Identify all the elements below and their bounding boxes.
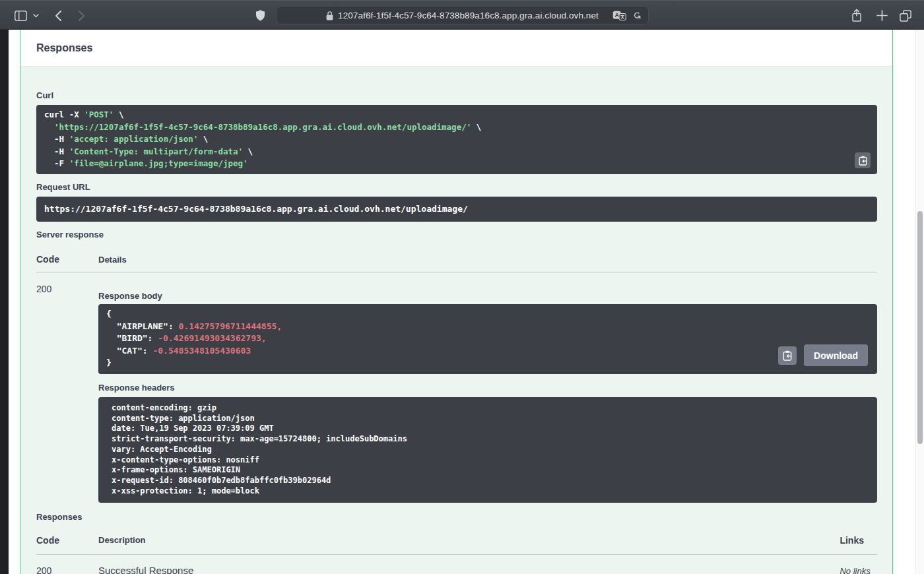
response-body: { "AIRPLANE": 0.14275796711444855, "BIRD… — [98, 304, 877, 374]
reload-icon[interactable]: ↻ — [632, 11, 642, 20]
share-icon[interactable] — [850, 1, 863, 30]
address-bar[interactable]: 1207af6f-1f5f-4c57-9c64-8738b89a16c8.app… — [276, 6, 649, 25]
details-column-header: Details — [98, 240, 877, 272]
server-response-table: Code Details 200 Response body { "AIRPLA… — [36, 239, 877, 503]
server-response-label: Server response — [36, 222, 877, 239]
download-button[interactable]: Download — [804, 344, 868, 366]
clipboard-copy-icon[interactable] — [778, 346, 797, 365]
sidebar-panel-icon[interactable] — [13, 1, 28, 30]
clipboard-copy-icon[interactable] — [855, 152, 871, 168]
back-icon[interactable] — [52, 1, 64, 30]
response-headers: content-encoding: gzipcontent-type: appl… — [98, 397, 877, 503]
chevron-down-icon[interactable] — [32, 1, 40, 30]
response-body-label: Response body — [98, 291, 877, 301]
curl-command: curl -X 'POST' \ 'https://1207af6f-1f5f-… — [36, 105, 877, 174]
curl-label: Curl — [36, 67, 877, 100]
links-column-header: Links — [840, 522, 877, 554]
responses-title: Responses — [36, 42, 92, 54]
table-row-code: 200 — [36, 555, 98, 574]
code-column-header: Code — [36, 522, 98, 554]
code-column-header: Code — [36, 239, 98, 272]
request-url-value: https://1207af6f-1f5f-4c57-9c64-8738b89a… — [36, 197, 877, 222]
scrollbar-track[interactable] — [915, 30, 924, 574]
responses-section-header: Responses — [20, 30, 892, 67]
responses-table: Code Description Links 200 Successful Re… — [36, 522, 877, 574]
table-row-description: Successful Response — [98, 555, 840, 574]
lock-icon — [326, 11, 333, 20]
response-details: Response body { "AIRPLANE": 0.1427579671… — [98, 273, 877, 503]
request-url-label: Request URL — [36, 174, 877, 192]
swagger-page: Responses Curl curl -X 'POST' \ 'https:/… — [9, 30, 924, 574]
description-column-header: Description — [98, 522, 840, 554]
new-tab-icon[interactable] — [875, 1, 888, 30]
translate-icon[interactable]: A — [612, 11, 626, 20]
status-code: 200 — [36, 273, 98, 503]
url-text: 1207af6f-1f5f-4c57-9c64-8738b89a16c8.app… — [338, 11, 599, 20]
svg-text:A: A — [615, 12, 620, 18]
response-headers-label: Response headers — [98, 374, 877, 393]
table-row-links: No links — [840, 555, 877, 574]
scrollbar-thumb[interactable] — [917, 211, 923, 444]
shield-icon[interactable] — [253, 1, 267, 30]
post-operation-block: Responses Curl curl -X 'POST' \ 'https:/… — [20, 30, 893, 574]
forward-icon[interactable] — [75, 1, 87, 30]
operation-body: Curl curl -X 'POST' \ 'https://1207af6f-… — [20, 67, 892, 574]
responses-list-label: Responses — [36, 503, 877, 522]
tab-overview-icon[interactable] — [898, 1, 913, 30]
browser-toolbar: 1207af6f-1f5f-4c57-9c64-8738b89a16c8.app… — [0, 0, 924, 30]
window-left-edge — [0, 30, 9, 574]
